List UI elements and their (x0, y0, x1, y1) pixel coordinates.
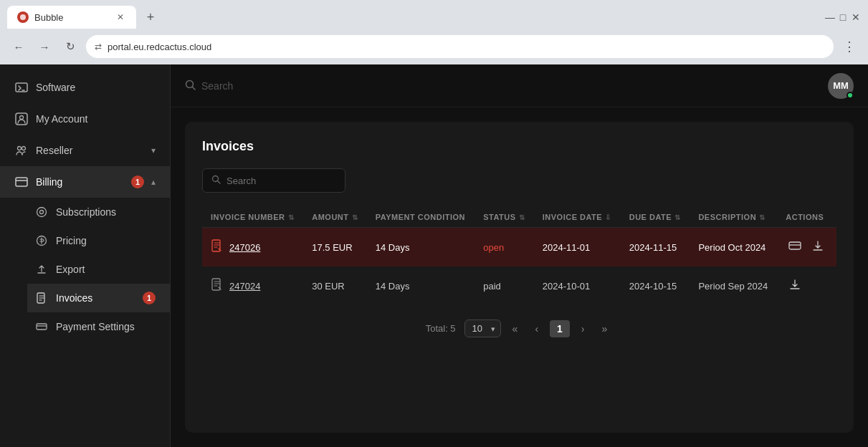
svg-point-8 (40, 211, 44, 214)
address-text: portal.eu.redcactus.cloud (108, 42, 211, 52)
browser-menu-button[interactable]: ⋮ (839, 37, 859, 57)
actions-cell (777, 266, 836, 305)
browser-chrome: Bubble ✕ + — □ ✕ ← → ↻ ⇄ portal.eu.redca… (0, 0, 868, 64)
svg-point-13 (213, 176, 219, 182)
sidebar-software-label: Software (36, 82, 156, 93)
th-invoice-number[interactable]: INVOICE NUMBER ⇅ (202, 207, 303, 228)
th-status[interactable]: STATUS ⇅ (474, 207, 534, 228)
page-size-select[interactable]: 10 25 50 (464, 319, 501, 337)
svg-point-4 (18, 147, 22, 150)
avatar-online-dot (846, 92, 854, 99)
export-label: Export (56, 264, 156, 275)
sidebar-item-pricing[interactable]: Pricing (27, 226, 170, 255)
svg-point-3 (20, 116, 24, 120)
amount-cell: 17.5 EUR (303, 228, 367, 267)
pagination-total: Total: 5 (426, 323, 456, 334)
subscriptions-icon (34, 205, 49, 219)
panel-search-input[interactable] (226, 176, 336, 186)
address-secure-icon: ⇄ (95, 42, 102, 52)
svg-rect-15 (789, 242, 801, 249)
tab-close-button[interactable]: ✕ (115, 11, 126, 23)
table-row: 247026 17.5 EUR14 Daysopen2024-11-012024… (202, 228, 836, 267)
export-icon (34, 262, 49, 277)
billing-icon (14, 175, 29, 189)
sort-invoice-date-icon: ⇩ (605, 213, 611, 221)
pay-button[interactable] (786, 236, 804, 258)
svg-point-7 (37, 208, 47, 217)
status-cell: open (474, 228, 534, 267)
amount-cell: 30 EUR (303, 266, 367, 305)
download-button[interactable] (809, 236, 827, 258)
sidebar-my-account-label: My Account (36, 113, 156, 125)
next-page-button[interactable]: › (576, 320, 591, 337)
first-page-button[interactable]: « (507, 320, 524, 337)
invoice-date-cell: 2024-11-01 (534, 228, 621, 267)
invoice-number-cell: 247026 (211, 239, 295, 255)
sidebar-item-billing[interactable]: Billing 1 ▴ (0, 166, 170, 198)
last-page-button[interactable]: » (596, 320, 614, 337)
status-cell: paid (474, 266, 534, 305)
sidebar-item-my-account[interactable]: My Account (0, 103, 170, 135)
top-search[interactable]: Search (185, 80, 233, 92)
th-amount[interactable]: AMOUNT ⇅ (303, 207, 367, 228)
invoice-number-link[interactable]: 247024 (229, 281, 260, 292)
forward-button[interactable]: → (34, 37, 54, 57)
maximize-button[interactable]: □ (838, 12, 848, 22)
billing-submenu: Subscriptions Pricing Export Invoices 1 (0, 198, 170, 341)
minimize-button[interactable]: — (825, 12, 835, 22)
invoice-date-cell: 2024-10-01 (534, 266, 621, 305)
subscriptions-label: Subscriptions (56, 206, 156, 218)
status-badge: open (483, 242, 504, 253)
reload-button[interactable]: ↻ (60, 37, 80, 57)
svg-rect-6 (16, 178, 27, 186)
page-size-wrapper[interactable]: 10 25 50 (464, 319, 501, 337)
invoices-label: Invoices (56, 292, 135, 304)
address-bar[interactable]: ⇄ portal.eu.redcactus.cloud (86, 35, 834, 58)
tab-title: Bubble (34, 12, 63, 23)
sidebar-item-invoices[interactable]: Invoices 1 (27, 284, 170, 312)
description-cell: Period Oct 2024 (690, 228, 777, 267)
browser-tab[interactable]: Bubble ✕ (7, 6, 136, 29)
th-description[interactable]: DESCRIPTION ⇅ (690, 207, 777, 228)
invoices-table: INVOICE NUMBER ⇅ AMOUNT ⇅ PAYMENT CONDIT… (202, 207, 836, 305)
th-invoice-date[interactable]: INVOICE DATE ⇩ (534, 207, 621, 228)
window-close-button[interactable]: ✕ (851, 12, 861, 22)
reseller-icon (14, 143, 29, 158)
description-cell: Period Sep 2024 (690, 266, 777, 305)
th-due-date[interactable]: DUE DATE ⇅ (621, 207, 690, 228)
sidebar-item-reseller[interactable]: Reseller ▾ (0, 135, 170, 166)
reseller-expand-icon: ▾ (151, 145, 156, 155)
sidebar-item-subscriptions[interactable]: Subscriptions (27, 198, 170, 226)
invoice-file-icon (211, 239, 224, 255)
invoices-panel: Invoices INVOICE NUMBER ⇅ (185, 122, 854, 433)
status-badge: paid (483, 281, 501, 292)
table-row: 247024 30 EUR14 Dayspaid2024-10-012024-1… (202, 266, 836, 305)
top-bar: Search MM (171, 64, 868, 107)
payment-condition-cell: 14 Days (367, 266, 474, 305)
sort-status-icon: ⇅ (519, 213, 525, 221)
pricing-label: Pricing (56, 235, 156, 246)
search-icon (185, 80, 196, 92)
sort-due-date-icon: ⇅ (674, 213, 681, 221)
download-button[interactable] (786, 275, 804, 297)
app-container: Software My Account Reseller ▾ Billing 1… (0, 64, 868, 447)
actions-cell (777, 228, 836, 266)
svg-rect-11 (37, 324, 47, 330)
sidebar-item-payment-settings[interactable]: Payment Settings (27, 312, 170, 341)
billing-collapse-icon: ▴ (151, 177, 156, 187)
back-button[interactable]: ← (9, 37, 29, 57)
user-avatar[interactable]: MM (828, 73, 854, 99)
th-actions: ACTIONS (777, 207, 836, 228)
main-content: Search MM Invoices (171, 64, 868, 447)
sidebar-item-export[interactable]: Export (27, 255, 170, 284)
panel-search-container[interactable] (202, 168, 345, 193)
svg-point-0 (20, 14, 26, 20)
invoice-number-link[interactable]: 247026 (229, 242, 260, 253)
svg-rect-14 (212, 240, 220, 251)
current-page-button[interactable]: 1 (550, 320, 570, 337)
search-placeholder-text: Search (201, 80, 233, 92)
sidebar-item-software[interactable]: Software (0, 72, 170, 103)
new-tab-button[interactable]: + (140, 7, 161, 27)
th-payment-condition: PAYMENT CONDITION (367, 207, 474, 228)
prev-page-button[interactable]: ‹ (529, 320, 544, 337)
